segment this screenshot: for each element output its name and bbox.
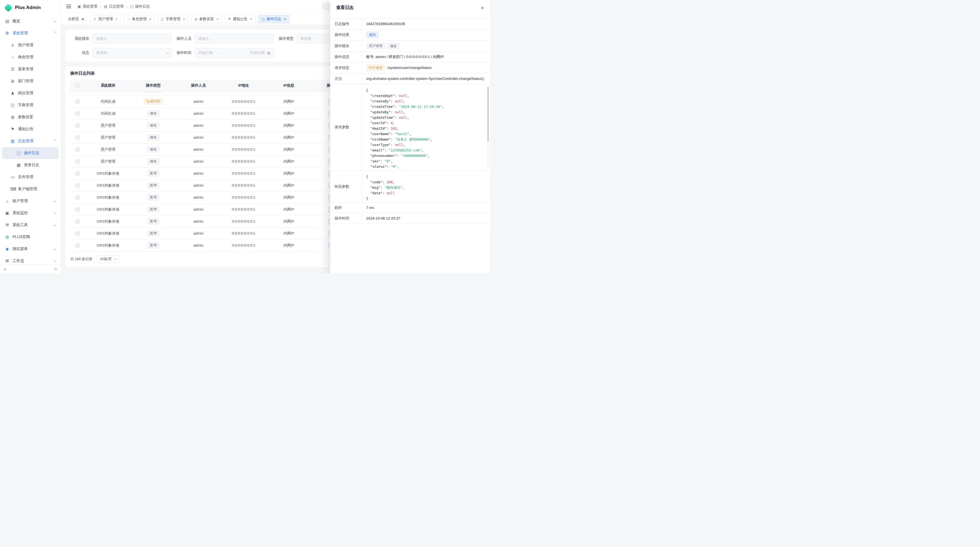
module-cell: 用户管理	[86, 156, 130, 167]
sidebar-item-plus-site[interactable]: ◍PLUS官网	[2, 231, 59, 243]
close-icon[interactable]: ×	[183, 17, 185, 21]
sidebar-item-client[interactable]: ⌨客户端管理	[2, 183, 59, 195]
op-type-tag: 生成代码	[144, 92, 163, 92]
pin-icon[interactable]: ◉	[82, 17, 84, 21]
op-type-cell: 修改	[130, 144, 176, 156]
sidebar-item-tenant[interactable]: ⌂租户管理	[2, 195, 59, 207]
row-checkbox[interactable]	[75, 183, 80, 188]
sidebar-item-system[interactable]: ⚙系统管理	[2, 27, 59, 39]
tab-item-0[interactable]: 分析页◉	[65, 15, 88, 23]
operator-cell: admin	[176, 191, 221, 204]
row-checkbox[interactable]	[75, 243, 80, 248]
sidebar-item-log[interactable]: ▥日志管理	[2, 135, 59, 147]
row-checkbox[interactable]	[75, 195, 80, 200]
row-checkbox[interactable]	[75, 123, 80, 128]
tab-item-3[interactable]: ◫字典管理×	[158, 15, 188, 23]
sidebar-item-post[interactable]: ♟岗位管理	[2, 87, 59, 99]
filter-operator: 操作人员 请输入	[174, 34, 274, 44]
system-icon: ⚙	[5, 31, 10, 36]
file-icon: ▭	[10, 175, 15, 180]
drawer-header: 查看日志 ×	[330, 0, 490, 16]
close-icon[interactable]: ×	[115, 17, 118, 21]
row-select-cell	[70, 239, 86, 252]
ip-info-cell: 内网IP	[266, 228, 312, 239]
row-checkbox[interactable]	[75, 112, 80, 116]
sidebar-item-monitor[interactable]: ▣系统监控	[2, 207, 59, 219]
breadcrumb-item[interactable]: ▣系统管理	[78, 4, 97, 9]
tab-item-1[interactable]: ♙用户管理×	[90, 15, 121, 23]
op-type-tag: 新增	[147, 195, 159, 201]
sidebar-toggle-button[interactable]	[67, 5, 71, 8]
param-icon: ◍	[194, 17, 197, 21]
row-checkbox[interactable]	[75, 147, 80, 152]
field-label: 日志编号	[330, 19, 362, 29]
op-type-cell: 修改	[130, 108, 176, 120]
close-icon[interactable]: ×	[284, 17, 286, 21]
tab-item-4[interactable]: ◍参数设置×	[191, 15, 222, 23]
filter-status: 状态 请选择	[72, 48, 172, 58]
module-cell: 代码生成	[86, 92, 130, 96]
sidebar-item-role[interactable]: ♘角色管理	[2, 51, 59, 63]
close-icon[interactable]: ×	[149, 17, 151, 21]
sidebar-item-test[interactable]: ◆测试菜单	[2, 243, 59, 255]
row-checkbox[interactable]	[75, 136, 80, 140]
scrollbar-thumb[interactable]	[487, 87, 489, 141]
oplog-icon: ▢	[262, 17, 265, 21]
row-checkbox[interactable]	[75, 207, 80, 212]
app-logo: Plus Admin	[0, 0, 61, 15]
ip-cell: 0:0:0:0:0:0:0:1	[221, 144, 266, 156]
row-checkbox[interactable]	[75, 231, 80, 236]
sidebar-item-label: PLUS官网	[13, 234, 30, 239]
tab-item-5[interactable]: ⚑通知公告×	[225, 15, 256, 23]
sidebar-item-notice[interactable]: ⚑通知公告	[2, 123, 59, 135]
notice-icon: ⚑	[10, 127, 15, 132]
sidebar-item-menu[interactable]: ☰菜单管理	[2, 63, 59, 75]
select-all-checkbox[interactable]	[75, 83, 80, 88]
sidebar-item-user[interactable]: ♙用户管理	[2, 39, 59, 51]
op-type-cell: 修改	[130, 132, 176, 144]
breadcrumb-item[interactable]: ▥日志管理	[104, 4, 124, 9]
row-checkbox[interactable]	[75, 219, 80, 224]
close-icon[interactable]: ×	[481, 5, 484, 11]
filter-op-time: 操作时间 开始日期 → 结束日期 ▦	[174, 48, 274, 58]
sidebar-item-loginlog[interactable]: ▦登录日志	[2, 159, 59, 171]
page-size-select[interactable]: 20条/页	[97, 255, 119, 263]
sidebar-item-label: 角色管理	[18, 55, 33, 60]
site-icon: ◍	[5, 234, 10, 239]
sidebar-item-dept[interactable]: ⊞部门管理	[2, 75, 59, 87]
app-root: Plus Admin ▤概览⚙系统管理♙用户管理♘角色管理☰菜单管理⊞部门管理♟…	[0, 0, 490, 273]
sidebar-collapse-button[interactable]: «	[4, 267, 6, 271]
op-type-tag: 修改	[147, 135, 159, 140]
sidebar-item-param[interactable]: ◍参数设置	[2, 111, 59, 123]
status-select[interactable]: 请选择	[92, 48, 172, 58]
op-time-range-picker[interactable]: 开始日期 → 结束日期 ▦	[195, 48, 274, 58]
sidebar-item-label: 客户端管理	[18, 187, 37, 191]
sidebar-item-label: 概览	[13, 19, 20, 24]
breadcrumb-item[interactable]: ▢操作日志	[130, 4, 150, 9]
sidebar-pin-button[interactable]: ⊡	[54, 267, 57, 271]
tab-item-2[interactable]: ♘角色管理×	[124, 15, 155, 23]
row-checkbox[interactable]	[75, 159, 80, 164]
op-type-tag: 修改	[147, 159, 159, 164]
sidebar-item-oplog[interactable]: ▢操作日志	[2, 147, 59, 159]
ip-info-cell: 内网IP	[266, 96, 312, 108]
row-checkbox[interactable]	[75, 171, 80, 176]
sidebar-item-label: 通知公告	[18, 127, 33, 132]
row-checkbox[interactable]	[75, 99, 80, 104]
sidebar-item-file[interactable]: ▭文件管理	[2, 171, 59, 183]
tab-item-6[interactable]: ▢操作日志×	[258, 15, 290, 23]
sidebar-item-tools[interactable]: ⚒系统工具	[2, 219, 59, 231]
scrollbar-track[interactable]	[487, 86, 489, 168]
tenant-icon: ⌂	[5, 199, 10, 204]
ip-cell: 0:0:0:0:0:0:0:1	[221, 108, 266, 120]
notice-icon: ⚑	[228, 17, 231, 21]
close-icon[interactable]: ×	[216, 17, 219, 21]
sidebar-item-dict[interactable]: ◫字典管理	[2, 99, 59, 111]
system-module-input[interactable]: 请输入	[92, 34, 172, 44]
sidebar-item-overview[interactable]: ▤概览	[2, 15, 59, 27]
sidebar-item-label: 菜单管理	[18, 67, 33, 72]
operator-input[interactable]: 请输入	[195, 34, 274, 44]
field-value: { "code": 200, "msg": "操作成功", "data": nu…	[362, 171, 490, 203]
sidebar-item-workflow[interactable]: ⌘工作流	[2, 255, 59, 264]
close-icon[interactable]: ×	[250, 17, 252, 21]
